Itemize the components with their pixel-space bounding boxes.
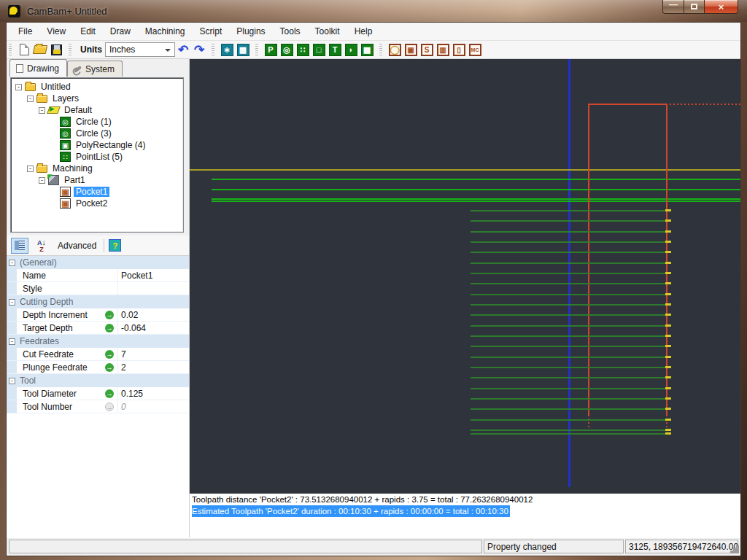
plunge-tick	[665, 272, 671, 274]
close-button[interactable]: ×	[705, 0, 738, 14]
property-category-cutting-depth[interactable]: -Cutting Depth	[7, 295, 189, 308]
help-button[interactable]: ?	[109, 239, 121, 252]
green-arrow-icon[interactable]: →	[105, 311, 114, 319]
property-value[interactable]: Pocket1	[117, 269, 189, 281]
property-name: Plunge Feedrate	[17, 362, 101, 373]
plunge-tick	[665, 397, 671, 400]
green-arrow-icon[interactable]: →	[105, 324, 114, 332]
menu-item-view[interactable]: View	[39, 23, 73, 39]
tree-node-circle-3-[interactable]: ◎Circle (3)	[11, 128, 183, 139]
property-row-cut-feedrate: Cut Feedrate→7	[7, 348, 189, 361]
save-file-icon[interactable]	[48, 42, 64, 58]
mop-3dprofile-icon[interactable]: ▯	[451, 42, 467, 58]
expander-icon[interactable]: -	[39, 107, 45, 114]
property-value[interactable]: 7	[117, 348, 189, 360]
menu-item-plugins[interactable]: Plugins	[229, 23, 272, 39]
tree-node-circle-1-[interactable]: ◎Circle (1)	[11, 116, 183, 128]
menu-item-machining[interactable]: Machining	[138, 23, 193, 39]
undo-icon[interactable]: ↶	[175, 42, 191, 58]
property-value[interactable]: 0	[117, 400, 189, 413]
expander-icon[interactable]: -	[27, 166, 34, 172]
tree-node-label: Circle (1)	[74, 117, 114, 127]
status-message	[9, 540, 482, 553]
row-gutter	[7, 269, 17, 281]
tree-node-default[interactable]: -Default	[11, 104, 183, 116]
toolpath-scanline	[471, 398, 665, 400]
draw-polyline-icon[interactable]: P	[263, 42, 279, 58]
expander-icon[interactable]: -	[15, 84, 22, 90]
drawing-canvas[interactable]	[190, 59, 740, 493]
expander-icon[interactable]: -	[39, 177, 45, 184]
minimize-button[interactable]: —	[662, 0, 684, 14]
draw-text-icon[interactable]: T	[327, 42, 343, 58]
tree-node-layers[interactable]: -Layers	[11, 93, 183, 104]
menu-item-script[interactable]: Script	[193, 23, 230, 39]
row-gutter	[7, 387, 17, 400]
resize-grip[interactable]	[736, 551, 739, 553]
edit-points-icon[interactable]: ∗	[219, 42, 235, 58]
menu-item-edit[interactable]: Edit	[73, 23, 103, 39]
collapse-icon[interactable]: -	[9, 378, 15, 384]
redo-icon[interactable]: ↷	[191, 42, 207, 58]
draw-surface-icon[interactable]: ▩	[359, 42, 375, 58]
tree-node-pocket2[interactable]: ▣Pocket2	[11, 198, 183, 209]
tree-node-untitled[interactable]: -Untitled	[11, 81, 183, 93]
toolpath-scanline	[471, 357, 665, 358]
property-category-feedrates[interactable]: -Feedrates	[7, 335, 189, 348]
menu-item-tools[interactable]: Tools	[273, 23, 308, 39]
property-value[interactable]: 2	[117, 361, 189, 373]
menu-item-file[interactable]: File	[11, 23, 39, 39]
green-arrow-icon[interactable]: →	[105, 363, 114, 372]
gray-arrow-icon[interactable]: →	[105, 402, 114, 411]
draw-circle-icon[interactable]: ◎	[279, 42, 295, 58]
draw-arc-icon[interactable]: ◗	[343, 42, 359, 58]
property-value[interactable]: -0.064	[117, 322, 189, 334]
property-category--general-[interactable]: -(General)	[7, 256, 189, 269]
collapse-icon[interactable]: -	[9, 338, 15, 345]
green-arrow-icon[interactable]: →	[105, 389, 114, 398]
categorized-view-button[interactable]	[11, 238, 28, 254]
tree-node-polyrectangle-4-[interactable]: ▣PolyRectangle (4)	[11, 139, 183, 151]
menu-item-toolkit[interactable]: Toolkit	[308, 23, 347, 39]
alphabetical-sort-button[interactable]: A↓ Z	[33, 238, 50, 254]
maximize-button[interactable]	[684, 0, 705, 14]
property-value[interactable]: 0.125	[117, 387, 189, 400]
left-panel: Drawing System -Untitled-Layers-Default◎…	[7, 59, 190, 537]
menu-item-draw[interactable]: Draw	[103, 23, 138, 39]
message-item[interactable]: Toolpath distance 'Pocket2' : 73.5132680…	[190, 494, 740, 505]
green-arrow-icon[interactable]: →	[105, 350, 114, 359]
tab-system[interactable]: System	[67, 61, 123, 77]
draw-pointlist-icon[interactable]: ∷	[295, 42, 311, 58]
toolpath-scanline	[471, 408, 665, 410]
property-value[interactable]	[117, 282, 189, 295]
property-category-tool[interactable]: -Tool	[7, 374, 189, 387]
tree-node-pocket1[interactable]: ▣Pocket1	[11, 186, 183, 198]
new-file-icon[interactable]	[16, 42, 32, 58]
tab-drawing[interactable]: Drawing	[9, 59, 67, 77]
expander-icon[interactable]: -	[27, 96, 34, 102]
property-value[interactable]: 0.02	[117, 308, 189, 321]
open-file-icon[interactable]	[32, 42, 48, 58]
tree-node-part1[interactable]: -Part1	[11, 174, 183, 186]
units-combobox[interactable]: Inches	[105, 42, 175, 57]
draw-rectangle-icon[interactable]: □	[311, 42, 327, 58]
mop-pocket-icon[interactable]: ▣	[403, 42, 419, 58]
tree-node-pointlist-5-[interactable]: ∷PointList (5)	[11, 151, 183, 163]
mop-drill-icon[interactable]: ▥	[435, 42, 451, 58]
title-bar[interactable]: CamBam+ Untitled —×	[0, 0, 747, 22]
mop-profile-icon[interactable]: ◯	[387, 42, 403, 58]
toolbar-group: ∗▦	[217, 41, 253, 58]
message-item[interactable]: Estimated Toolpath 'Pocket2' duration : …	[190, 505, 740, 517]
tree-node-machining[interactable]: -Machining	[11, 163, 183, 174]
collapse-icon[interactable]: -	[9, 299, 15, 306]
mop-pocket-icon-glyph: ▣	[405, 44, 417, 56]
advanced-button[interactable]: Advanced	[55, 239, 99, 252]
tree-node-label: Pocket2	[74, 198, 109, 209]
mop-engrave-icon[interactable]: S	[419, 42, 435, 58]
grid-icon[interactable]: ▦	[235, 42, 251, 58]
menu-item-help[interactable]: Help	[347, 23, 380, 39]
gcode-icon[interactable]: MC	[467, 42, 483, 58]
draw-arc-icon-glyph: ◗	[345, 44, 357, 56]
collapse-icon[interactable]: -	[9, 260, 15, 266]
toolpath-scanline	[471, 231, 665, 233]
